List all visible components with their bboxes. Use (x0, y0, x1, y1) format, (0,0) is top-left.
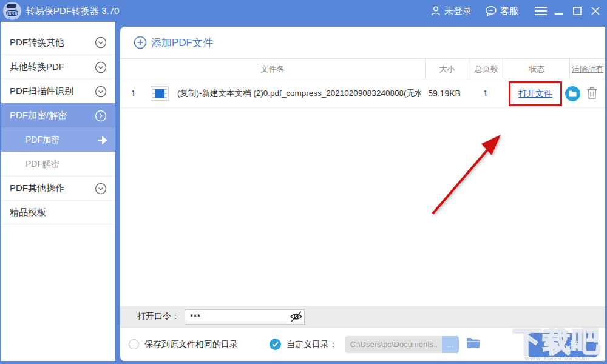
sidebar-item-label: PDF解密 (25, 159, 107, 170)
add-pdf-label: 添加PDF文件 (151, 36, 213, 50)
save-same-dir-label: 保存到原文件相同的目录 (144, 339, 238, 350)
footer-bar: 保存到原文件相同的目录 自定义目录： ... 转 换 (120, 327, 605, 361)
plus-circle-icon (134, 36, 147, 49)
custom-dir-input[interactable] (345, 336, 442, 353)
add-pdf-button[interactable]: 添加PDF文件 (134, 36, 213, 50)
header-filename: 文件名 (120, 59, 425, 79)
save-same-dir-radio[interactable] (129, 339, 139, 349)
chevron-down-circle-icon (95, 183, 107, 195)
login-button[interactable]: 未登录 (430, 5, 472, 17)
chevron-right-circle-icon (95, 110, 107, 122)
sidebar-item-label: PDF加密 (25, 135, 97, 146)
clear-all-link[interactable]: 清除所有 (569, 59, 605, 79)
password-label: 打开口令： (137, 311, 180, 322)
chevron-down-circle-icon (95, 61, 107, 73)
user-icon (430, 5, 441, 16)
maximize-icon (573, 7, 582, 15)
chevron-down-circle-icon (95, 36, 107, 49)
close-icon (591, 7, 600, 15)
close-button[interactable] (586, 0, 605, 22)
trash-icon (586, 87, 598, 99)
sidebar-item-pdf-scan-ocr[interactable]: PDF扫描件识别 (1, 79, 115, 103)
arrow-right-icon (97, 136, 107, 144)
sidebar-subitem-pdf-encrypt[interactable]: PDF加密 (1, 127, 115, 152)
sidebar-item-label: PDF加密/解密 (10, 110, 95, 121)
login-label: 未登录 (444, 5, 472, 17)
app-logo-icon: PDF (3, 2, 21, 20)
sidebar-item-label: 其他转换PDF (10, 61, 95, 73)
hamburger-icon (535, 7, 547, 15)
chat-bubble-icon (485, 5, 497, 16)
open-file-link[interactable]: 打开文件 (518, 89, 552, 99)
sidebar-item-label: 精品模板 (10, 207, 107, 218)
titlebar: PDF 转易侠PDF转换器 3.70 未登录 客服 (0, 0, 607, 22)
row-pages: 1 (467, 89, 504, 98)
open-folder-button[interactable] (565, 86, 580, 101)
convert-button[interactable]: 转 换 (528, 333, 598, 357)
row-filename: (复制)-新建文本文档 (2)0.pdf_compress_2021020908… (177, 88, 421, 99)
sidebar-item-other-to-pdf[interactable]: 其他转换PDF (1, 55, 115, 79)
check-icon (272, 342, 279, 347)
red-highlight-box: 打开文件 (509, 81, 562, 106)
minimize-icon (555, 7, 563, 15)
main-content: 添加PDF文件 文件名 大小 总页数 状态 清除所有 1 (复制)-新建文本文档… (120, 27, 605, 361)
sidebar: PDF转换其他 其他转换PDF PDF扫描件识别 PDF加密/解密 PDF加密 (1, 22, 115, 361)
support-label: 客服 (500, 5, 518, 17)
sidebar-subitem-pdf-decrypt[interactable]: PDF解密 (1, 152, 115, 176)
sidebar-item-label: PDF扫描件识别 (10, 86, 95, 97)
sidebar-item-label: PDF转换其他 (10, 37, 95, 49)
folder-icon (569, 90, 577, 97)
folder-icon (466, 337, 480, 349)
sidebar-item-label: PDF其他操作 (10, 183, 95, 194)
sidebar-item-pdf-encrypt-decrypt[interactable]: PDF加密/解密 (1, 103, 115, 127)
minimize-button[interactable] (550, 0, 568, 22)
menu-button[interactable] (532, 0, 550, 22)
chevron-down-circle-icon (95, 86, 107, 98)
pdf-file-icon (151, 86, 169, 101)
support-button[interactable]: 客服 (485, 5, 518, 17)
delete-row-button[interactable] (586, 87, 598, 101)
open-output-folder-button[interactable] (466, 337, 480, 351)
header-size: 大小 (425, 59, 469, 79)
custom-dir-label: 自定义目录： (287, 339, 337, 350)
table-row: 1 (复制)-新建文本文档 (2)0.pdf_compress_20210209… (120, 79, 605, 108)
app-title: 转易侠PDF转换器 3.70 (26, 5, 119, 17)
browse-button[interactable]: ... (442, 336, 459, 353)
header-pages: 总页数 (469, 59, 504, 79)
sidebar-item-premium-templates[interactable]: 精品模板 (1, 200, 115, 224)
row-index: 1 (120, 89, 141, 98)
maximize-button[interactable] (568, 0, 586, 22)
eye-slash-icon[interactable] (290, 311, 303, 325)
table-header: 文件名 大小 总页数 状态 清除所有 (120, 58, 605, 79)
row-size: 59.19KB (421, 89, 467, 98)
header-status: 状态 (504, 59, 569, 79)
password-bar: 打开口令： (120, 306, 605, 327)
sidebar-item-pdf-to-other[interactable]: PDF转换其他 (1, 30, 115, 55)
red-pointer-arrow (424, 118, 515, 218)
password-input[interactable] (185, 309, 305, 325)
sidebar-item-pdf-other-ops[interactable]: PDF其他操作 (1, 176, 115, 200)
custom-dir-radio-checked[interactable] (270, 339, 281, 350)
